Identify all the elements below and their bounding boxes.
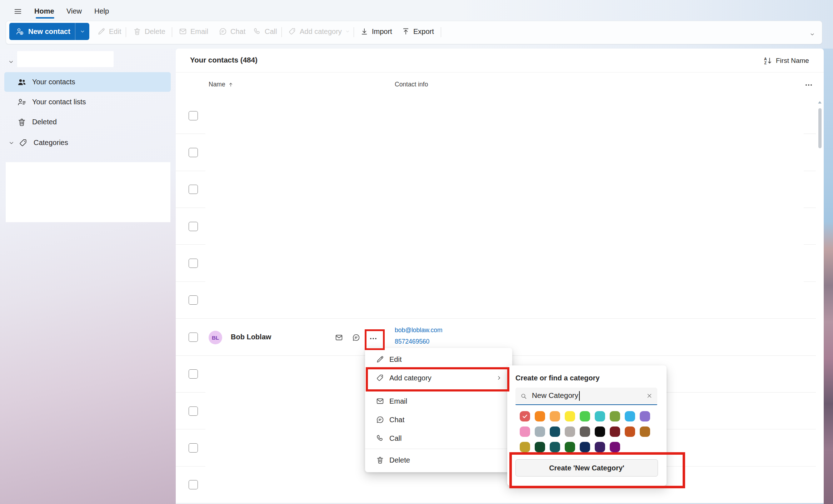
arrow-upload-icon bbox=[401, 27, 410, 36]
contact-name[interactable]: Bob Loblaw bbox=[231, 333, 271, 341]
toolbar-import-button[interactable]: Import bbox=[360, 23, 392, 40]
redacted-rows-block bbox=[205, 98, 804, 318]
list-options-button[interactable] bbox=[804, 81, 813, 91]
category-color-swatch[interactable] bbox=[550, 411, 560, 421]
category-color-swatch[interactable] bbox=[535, 411, 545, 421]
category-color-swatch[interactable] bbox=[610, 411, 620, 421]
sidebar-item-categories[interactable]: Categories bbox=[4, 133, 171, 153]
tab-help[interactable]: Help bbox=[94, 4, 109, 19]
row-checkbox[interactable] bbox=[189, 259, 198, 268]
sidebar-item-your-contact-lists[interactable]: Your contact lists bbox=[4, 92, 171, 112]
tag-icon bbox=[19, 138, 28, 148]
category-color-swatch[interactable] bbox=[640, 426, 650, 437]
toolbar-import-label: Import bbox=[372, 28, 392, 36]
row-checkbox[interactable] bbox=[189, 295, 198, 305]
page-title: Your contacts (484) bbox=[190, 56, 258, 64]
tab-view[interactable]: View bbox=[66, 4, 82, 19]
redacted-categories-block bbox=[6, 162, 170, 222]
scrollbar-thumb[interactable] bbox=[818, 108, 822, 148]
category-color-swatch[interactable] bbox=[580, 426, 590, 437]
chevron-down-icon bbox=[8, 140, 15, 146]
category-color-swatch-selected[interactable] bbox=[520, 411, 530, 421]
category-color-swatch[interactable] bbox=[565, 411, 575, 421]
category-color-swatch[interactable] bbox=[595, 411, 605, 421]
row-checkbox[interactable] bbox=[189, 185, 198, 194]
category-color-swatch[interactable] bbox=[550, 442, 560, 452]
menu-item-chat[interactable]: Chat bbox=[365, 411, 512, 429]
account-collapse-chevron[interactable] bbox=[8, 59, 15, 66]
category-color-swatch[interactable] bbox=[550, 426, 560, 437]
scrollbar-gutter bbox=[816, 98, 824, 503]
contact-email-link[interactable]: bob@loblaw.com bbox=[395, 326, 443, 334]
category-color-swatch[interactable] bbox=[610, 426, 620, 437]
row-email-button[interactable] bbox=[335, 333, 343, 343]
tag-icon bbox=[376, 374, 384, 382]
toolbar-email-button[interactable]: Email bbox=[179, 23, 208, 40]
toolbar-export-button[interactable]: Export bbox=[401, 23, 434, 40]
category-search-input[interactable]: New Category bbox=[515, 388, 657, 405]
category-color-swatch[interactable] bbox=[640, 411, 650, 421]
menu-item-add-category[interactable]: Add category bbox=[365, 369, 512, 387]
menu-item-label: Email bbox=[389, 397, 407, 405]
sidebar-item-label: Categories bbox=[34, 139, 68, 147]
category-color-swatch[interactable] bbox=[520, 426, 530, 437]
menu-item-call[interactable]: Call bbox=[365, 429, 512, 447]
pencil-icon bbox=[376, 355, 384, 364]
category-color-swatch[interactable] bbox=[595, 426, 605, 437]
category-color-swatch[interactable] bbox=[610, 442, 620, 452]
menu-item-edit[interactable]: Edit bbox=[365, 351, 512, 368]
avatar: BL bbox=[209, 331, 222, 344]
toolbar-add-category-button[interactable]: Add category bbox=[288, 23, 350, 40]
category-color-swatch[interactable] bbox=[535, 442, 545, 452]
category-color-swatch[interactable] bbox=[580, 442, 590, 452]
row-checkbox[interactable] bbox=[189, 443, 198, 453]
row-checkbox[interactable] bbox=[189, 111, 198, 120]
category-color-swatch[interactable] bbox=[565, 426, 575, 437]
sort-control[interactable]: AZ First Name bbox=[764, 56, 809, 65]
sidebar-item-deleted[interactable]: Deleted bbox=[4, 112, 171, 132]
column-header-name[interactable]: Name bbox=[209, 81, 234, 88]
category-color-swatch[interactable] bbox=[595, 442, 605, 452]
tab-home-label: Home bbox=[34, 7, 54, 15]
create-category-button[interactable]: Create 'New Category' bbox=[515, 459, 658, 476]
chat-icon bbox=[352, 333, 360, 342]
row-checkbox[interactable] bbox=[189, 369, 198, 379]
toolbar-delete-button[interactable]: Delete bbox=[133, 23, 165, 40]
mail-icon bbox=[376, 397, 384, 405]
clear-search-button[interactable] bbox=[642, 393, 653, 400]
category-color-swatch[interactable] bbox=[565, 442, 575, 452]
hamburger-button[interactable] bbox=[12, 6, 24, 17]
contact-phone-link[interactable]: 8572469560 bbox=[395, 338, 429, 345]
tab-home[interactable]: Home bbox=[34, 4, 54, 19]
category-color-swatch[interactable] bbox=[625, 411, 635, 421]
category-color-swatch[interactable] bbox=[580, 411, 590, 421]
person-add-icon bbox=[15, 27, 24, 36]
category-color-swatch[interactable] bbox=[520, 442, 530, 452]
row-more-button[interactable] bbox=[369, 334, 378, 344]
trash-icon bbox=[17, 118, 26, 127]
chevron-down-icon bbox=[8, 59, 14, 65]
trash-icon bbox=[376, 456, 384, 464]
row-checkbox[interactable] bbox=[189, 148, 198, 157]
category-color-swatch[interactable] bbox=[535, 426, 545, 437]
sidebar-item-your-contacts[interactable]: Your contacts bbox=[4, 72, 171, 92]
menu-item-delete[interactable]: Delete bbox=[365, 451, 512, 469]
new-contact-dropdown[interactable] bbox=[75, 23, 89, 40]
menu-item-email[interactable]: Email bbox=[365, 392, 512, 410]
toolbar-edit-button[interactable]: Edit bbox=[97, 23, 121, 40]
row-checkbox[interactable] bbox=[189, 333, 198, 342]
toolbar-call-button[interactable]: Call bbox=[253, 23, 277, 40]
chevron-down-icon bbox=[809, 31, 815, 37]
triangle-up-icon bbox=[817, 99, 823, 106]
toolbar-chat-button[interactable]: Chat bbox=[219, 23, 245, 40]
sort-ascending-icon bbox=[228, 82, 234, 88]
category-color-swatch[interactable] bbox=[625, 426, 635, 437]
row-chat-button[interactable] bbox=[352, 333, 360, 343]
divider bbox=[176, 72, 824, 73]
row-checkbox[interactable] bbox=[189, 480, 198, 489]
new-contact-button[interactable]: New contact bbox=[9, 23, 89, 40]
scrollbar-up-button[interactable] bbox=[817, 99, 823, 107]
row-checkbox[interactable] bbox=[189, 406, 198, 416]
toolbar-overflow-button[interactable] bbox=[808, 30, 817, 39]
row-checkbox[interactable] bbox=[189, 222, 198, 231]
